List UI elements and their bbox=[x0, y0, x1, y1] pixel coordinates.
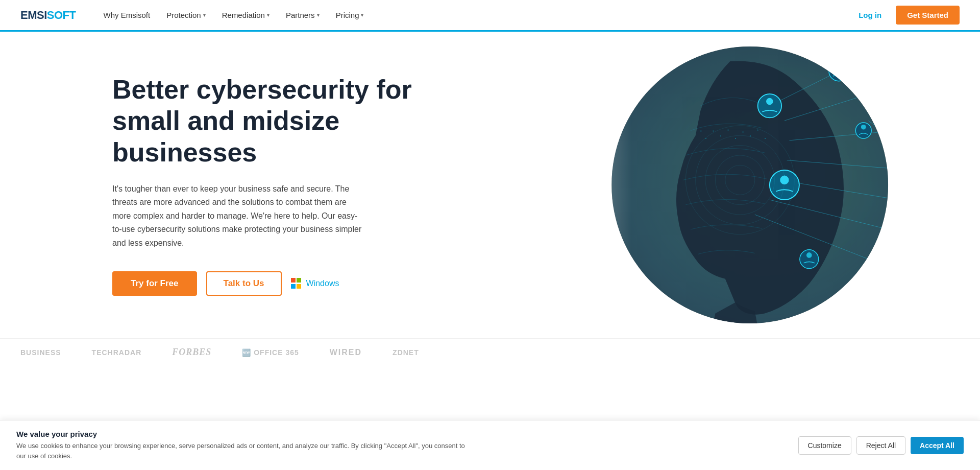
hero-title: Better cybersecurity for small and midsi… bbox=[112, 74, 449, 168]
svg-point-27 bbox=[902, 159, 924, 181]
nav-why-emsisoft[interactable]: Why Emsisoft bbox=[96, 7, 157, 24]
hero-illustration bbox=[451, 32, 980, 338]
logo-soft: SOFT bbox=[47, 9, 76, 22]
svg-point-39 bbox=[925, 99, 940, 113]
windows-button[interactable]: Windows bbox=[291, 278, 339, 289]
svg-line-12 bbox=[878, 91, 898, 130]
nav-remediation[interactable]: Remediation ▾ bbox=[215, 7, 277, 24]
logo[interactable]: EMSISOFT bbox=[20, 9, 76, 22]
nav-protection[interactable]: Protection ▾ bbox=[159, 7, 213, 24]
remediation-chevron-icon: ▾ bbox=[267, 12, 270, 18]
svg-line-20 bbox=[898, 116, 933, 131]
svg-point-32 bbox=[861, 125, 866, 130]
svg-point-38 bbox=[806, 252, 812, 258]
hero-buttons: Try for Free Talk to Us Windows bbox=[112, 271, 449, 296]
trust-logo-office: 🆕 Office 365 bbox=[242, 348, 299, 357]
svg-line-14 bbox=[898, 170, 913, 200]
protection-chevron-icon: ▾ bbox=[203, 12, 206, 18]
svg-rect-55 bbox=[765, 138, 766, 139]
svg-rect-56 bbox=[493, 32, 631, 338]
svg-rect-48 bbox=[713, 131, 714, 132]
svg-point-33 bbox=[758, 94, 781, 118]
trust-logo-zdnet: ZDNet bbox=[393, 348, 419, 357]
logo-emsi: EMSI bbox=[20, 9, 47, 22]
svg-point-25 bbox=[870, 82, 888, 100]
svg-rect-54 bbox=[757, 130, 758, 131]
nav-actions: Log in Get Started bbox=[850, 6, 960, 25]
svg-rect-50 bbox=[728, 130, 729, 131]
svg-line-21 bbox=[898, 200, 928, 215]
trust-logo-techradar: TECHRADAR bbox=[92, 348, 142, 357]
svg-rect-51 bbox=[735, 138, 736, 139]
pricing-chevron-icon: ▾ bbox=[361, 12, 363, 18]
hero-image-area bbox=[451, 32, 980, 338]
trust-logo-wired: WIRED bbox=[330, 348, 362, 357]
hero-content: Better cybersecurity for small and midsi… bbox=[112, 43, 449, 326]
svg-point-24 bbox=[836, 64, 842, 70]
svg-line-13 bbox=[898, 131, 913, 170]
svg-point-29 bbox=[889, 206, 917, 233]
try-for-free-button[interactable]: Try for Free bbox=[112, 271, 197, 296]
nav-partners[interactable]: Partners ▾ bbox=[279, 7, 327, 24]
partners-chevron-icon: ▾ bbox=[317, 12, 320, 18]
svg-line-22 bbox=[888, 229, 923, 249]
hero-description: It's tougher than ever to keep your busi… bbox=[112, 182, 362, 250]
navbar: EMSISOFT Why Emsisoft Protection ▾ Remed… bbox=[0, 0, 980, 32]
svg-point-40 bbox=[930, 101, 935, 105]
svg-point-30 bbox=[899, 210, 907, 218]
nav-pricing[interactable]: Pricing ▾ bbox=[329, 7, 371, 24]
hero-section: Better cybersecurity for small and midsi… bbox=[0, 32, 980, 338]
login-button[interactable]: Log in bbox=[850, 7, 890, 24]
svg-line-19 bbox=[878, 61, 908, 91]
svg-rect-49 bbox=[720, 135, 721, 136]
talk-to-us-button[interactable]: Talk to Us bbox=[206, 271, 282, 296]
svg-point-26 bbox=[876, 85, 881, 90]
svg-rect-52 bbox=[743, 131, 744, 132]
svg-rect-46 bbox=[701, 131, 702, 132]
windows-icon bbox=[291, 278, 302, 289]
svg-rect-47 bbox=[705, 138, 706, 139]
svg-point-28 bbox=[910, 163, 916, 170]
trust-logo-business: BUSINESS bbox=[20, 348, 61, 357]
trust-bar: BUSINESS TECHRADAR Forbes 🆕 Office 365 W… bbox=[0, 338, 980, 366]
svg-point-34 bbox=[766, 98, 773, 105]
trust-logo-forbes: Forbes bbox=[172, 347, 211, 358]
svg-point-23 bbox=[829, 61, 849, 81]
get-started-button[interactable]: Get Started bbox=[896, 6, 960, 25]
svg-rect-53 bbox=[750, 135, 751, 136]
nav-links: Why Emsisoft Protection ▾ Remediation ▾ … bbox=[96, 7, 850, 24]
